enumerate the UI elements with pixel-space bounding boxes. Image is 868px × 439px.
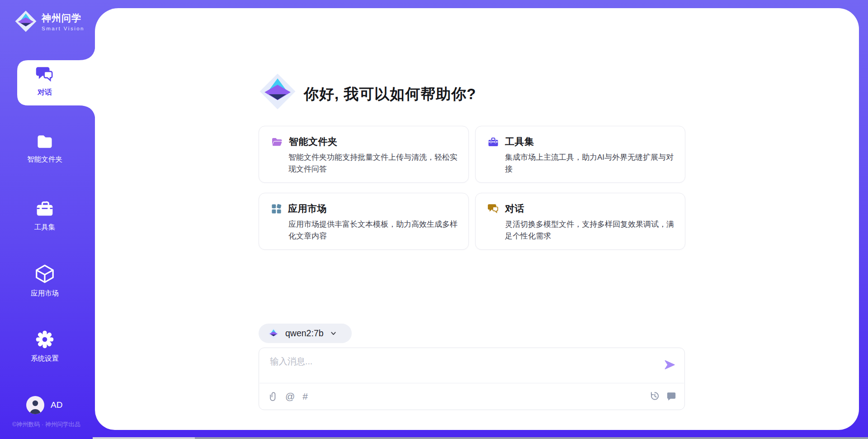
toolbox-icon (35, 199, 55, 218)
card-title: 应用市场 (288, 202, 327, 215)
card-title: 对话 (505, 202, 524, 215)
chat-bubble-icon[interactable] (666, 391, 676, 401)
card-description: 集成市场上主流工具，助力AI与外界无缝扩展与对接 (505, 152, 676, 175)
brand-subtitle: Smart Vision (42, 26, 85, 31)
card-description: 智能文件夹功能支持批量文件上传与清洗，轻松实现文件问答 (288, 152, 459, 175)
model-selector[interactable]: qwen2:7b (259, 324, 352, 343)
folder-open-icon (271, 136, 283, 147)
folder-icon (35, 133, 54, 150)
sidebar-item-label[interactable]: 对话 (17, 88, 72, 97)
sidebar-item-toolset[interactable]: 工具集 (0, 199, 90, 232)
avatar (26, 396, 44, 414)
user-chip[interactable]: AD (26, 396, 62, 414)
model-diamond-logo-icon (268, 328, 279, 339)
card-smart-folder[interactable]: 智能文件夹 智能文件夹功能支持批量文件上传与清洗，轻松实现文件问答 (259, 126, 469, 183)
card-app-market[interactable]: 应用市场 应用市场提供丰富长文本模板，助力高效生成多样化文章内容 (259, 193, 469, 250)
greeting-text: 你好, 我可以如何帮助你? (304, 84, 476, 105)
brand-title: 神州问学 (42, 12, 85, 24)
chat-icon (487, 203, 499, 214)
mention-icon[interactable]: @ (285, 391, 295, 402)
feature-cards: 智能文件夹 智能文件夹功能支持批量文件上传与清洗，轻松实现文件问答 工具集 集成… (259, 126, 685, 250)
sidebar-item-label: 智能文件夹 (0, 155, 90, 164)
active-tab-background (17, 44, 95, 122)
user-avatar-icon (26, 396, 44, 414)
sidebar-item-label: 应用市场 (0, 289, 90, 298)
brand: 神州问学 Smart Vision (14, 10, 85, 33)
composer-divider (259, 383, 684, 383)
card-title: 工具集 (505, 135, 534, 148)
sidebar-item-label: 工具集 (0, 223, 90, 232)
gear-icon (35, 329, 55, 349)
attachment-icon[interactable] (269, 391, 278, 402)
send-icon[interactable] (664, 359, 675, 371)
horizontal-scrollbar[interactable] (93, 437, 868, 439)
greeting-diamond-logo-icon (259, 72, 297, 110)
brand-diamond-logo-icon (14, 10, 37, 33)
sidebar-item-app-market[interactable]: 应用市场 (0, 263, 90, 298)
model-name: qwen2:7b (285, 328, 324, 339)
message-composer: @ # (259, 348, 685, 410)
message-input[interactable] (270, 355, 650, 379)
card-description: 应用市场提供丰富长文本模板，助力高效生成多样化文章内容 (288, 219, 459, 242)
sidebar-item-label: 系统设置 (0, 354, 90, 363)
scrollbar-thumb[interactable] (93, 437, 195, 439)
user-name: AD (51, 400, 62, 410)
toolbox-icon (487, 136, 499, 147)
hash-icon[interactable]: # (302, 391, 308, 402)
sidebar-item-smart-folder[interactable]: 智能文件夹 (0, 133, 90, 164)
grid-icon (271, 203, 282, 215)
copyright: ©神州数码 · 神州问学出品 (0, 420, 93, 429)
card-toolset[interactable]: 工具集 集成市场上主流工具，助力AI与外界无缝扩展与对接 (475, 126, 685, 183)
cube-icon (34, 263, 55, 284)
card-title: 智能文件夹 (289, 135, 338, 148)
chevron-down-icon (330, 329, 337, 337)
card-chat[interactable]: 对话 灵活切换多模型文件，支持多样回复效果调试，满足个性化需求 (475, 193, 685, 250)
history-icon[interactable] (649, 391, 660, 401)
chat-icon (35, 65, 54, 83)
sidebar-item-settings[interactable]: 系统设置 (0, 329, 90, 363)
card-description: 灵活切换多模型文件，支持多样回复效果调试，满足个性化需求 (505, 219, 676, 242)
